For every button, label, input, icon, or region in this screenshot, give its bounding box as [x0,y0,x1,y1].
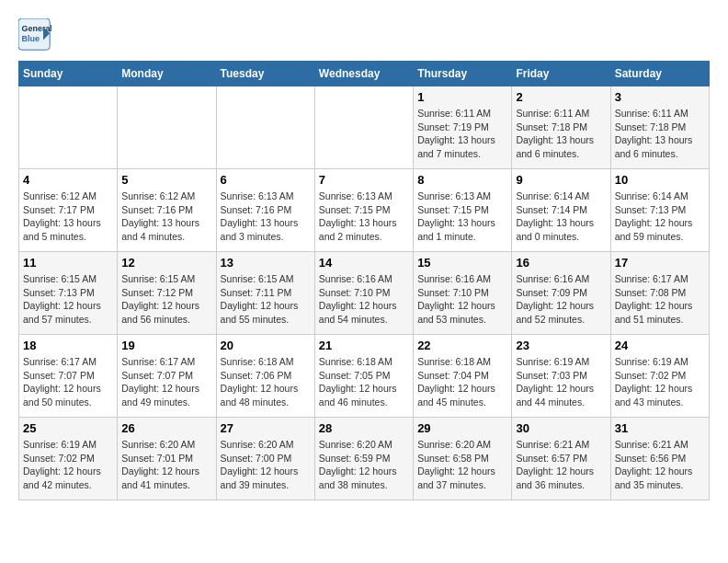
header-monday: Monday [118,62,216,86]
day-info: Sunrise: 6:16 AM Sunset: 7:10 PM Dayligh… [417,272,507,327]
week-row-2: 4Sunrise: 6:12 AM Sunset: 7:17 PM Daylig… [19,169,710,252]
day-info: Sunrise: 6:20 AM Sunset: 7:01 PM Dayligh… [121,438,211,492]
calendar-cell: 18Sunrise: 6:17 AM Sunset: 7:07 PM Dayli… [19,335,118,418]
day-number: 18 [23,339,113,352]
day-info: Sunrise: 6:19 AM Sunset: 7:03 PM Dayligh… [516,355,606,409]
calendar-cell: 19Sunrise: 6:17 AM Sunset: 7:07 PM Dayli… [118,335,216,418]
day-info: Sunrise: 6:18 AM Sunset: 7:05 PM Dayligh… [319,355,409,409]
calendar-cell: 7Sunrise: 6:13 AM Sunset: 7:15 PM Daylig… [314,169,413,252]
calendar-cell: 28Sunrise: 6:20 AM Sunset: 6:59 PM Dayli… [314,418,413,500]
day-info: Sunrise: 6:19 AM Sunset: 7:02 PM Dayligh… [23,438,113,492]
day-number: 26 [121,421,211,435]
calendar-cell: 30Sunrise: 6:21 AM Sunset: 6:57 PM Dayli… [512,418,610,500]
day-info: Sunrise: 6:12 AM Sunset: 7:17 PM Dayligh… [23,190,113,244]
header-saturday: Saturday [610,62,709,86]
header-row: SundayMondayTuesdayWednesdayThursdayFrid… [19,62,710,86]
day-number: 17 [615,256,705,270]
day-info: Sunrise: 6:11 AM Sunset: 7:18 PM Dayligh… [516,107,606,161]
day-info: Sunrise: 6:14 AM Sunset: 7:13 PM Dayligh… [615,190,705,244]
day-number: 2 [516,90,606,104]
calendar-cell: 24Sunrise: 6:19 AM Sunset: 7:02 PM Dayli… [610,335,709,418]
day-info: Sunrise: 6:20 AM Sunset: 6:58 PM Dayligh… [417,438,507,492]
week-row-3: 11Sunrise: 6:15 AM Sunset: 7:13 PM Dayli… [19,252,710,335]
day-number: 9 [516,173,606,187]
day-info: Sunrise: 6:15 AM Sunset: 7:12 PM Dayligh… [121,272,211,327]
day-number: 10 [615,173,705,187]
logo: General Blue [18,18,55,52]
calendar-cell: 20Sunrise: 6:18 AM Sunset: 7:06 PM Dayli… [216,335,314,418]
day-number: 24 [615,339,705,352]
calendar-cell: 3Sunrise: 6:11 AM Sunset: 7:18 PM Daylig… [610,86,709,169]
calendar-cell: 6Sunrise: 6:13 AM Sunset: 7:16 PM Daylig… [216,169,314,252]
page-header: General Blue [18,18,710,52]
week-row-4: 18Sunrise: 6:17 AM Sunset: 7:07 PM Dayli… [19,335,710,418]
calendar-cell: 21Sunrise: 6:18 AM Sunset: 7:05 PM Dayli… [314,335,413,418]
day-number: 5 [121,173,211,187]
day-number: 25 [23,421,113,435]
day-number: 20 [221,339,311,352]
day-number: 21 [319,339,409,352]
calendar-cell: 26Sunrise: 6:20 AM Sunset: 7:01 PM Dayli… [118,418,216,500]
day-number: 27 [221,421,311,435]
day-info: Sunrise: 6:20 AM Sunset: 6:59 PM Dayligh… [319,438,409,492]
day-number: 8 [417,173,507,187]
day-info: Sunrise: 6:18 AM Sunset: 7:04 PM Dayligh… [417,355,507,409]
calendar-table: SundayMondayTuesdayWednesdayThursdayFrid… [18,61,710,500]
day-number: 16 [516,256,606,270]
day-number: 3 [615,90,705,104]
day-info: Sunrise: 6:18 AM Sunset: 7:06 PM Dayligh… [221,355,311,409]
day-info: Sunrise: 6:15 AM Sunset: 7:11 PM Dayligh… [221,272,311,327]
day-number: 6 [221,173,311,187]
day-info: Sunrise: 6:11 AM Sunset: 7:18 PM Dayligh… [615,107,705,161]
day-info: Sunrise: 6:17 AM Sunset: 7:08 PM Dayligh… [615,272,705,327]
svg-text:Blue: Blue [22,34,40,43]
day-info: Sunrise: 6:17 AM Sunset: 7:07 PM Dayligh… [121,355,211,409]
day-info: Sunrise: 6:17 AM Sunset: 7:07 PM Dayligh… [23,355,113,409]
day-number: 29 [417,421,507,435]
calendar-cell: 11Sunrise: 6:15 AM Sunset: 7:13 PM Dayli… [19,252,118,335]
calendar-cell: 16Sunrise: 6:16 AM Sunset: 7:09 PM Dayli… [512,252,610,335]
day-info: Sunrise: 6:13 AM Sunset: 7:15 PM Dayligh… [417,190,507,244]
header-sunday: Sunday [19,62,118,86]
day-number: 7 [319,173,409,187]
day-number: 22 [417,339,507,352]
calendar-cell: 13Sunrise: 6:15 AM Sunset: 7:11 PM Dayli… [216,252,314,335]
calendar-cell: 23Sunrise: 6:19 AM Sunset: 7:03 PM Dayli… [512,335,610,418]
header-thursday: Thursday [414,62,512,86]
day-info: Sunrise: 6:13 AM Sunset: 7:15 PM Dayligh… [319,190,409,244]
day-number: 31 [615,421,705,435]
day-info: Sunrise: 6:19 AM Sunset: 7:02 PM Dayligh… [615,355,705,409]
day-number: 4 [23,173,113,187]
day-info: Sunrise: 6:11 AM Sunset: 7:19 PM Dayligh… [417,107,507,161]
calendar-cell: 2Sunrise: 6:11 AM Sunset: 7:18 PM Daylig… [512,86,610,169]
header-tuesday: Tuesday [216,62,314,86]
day-number: 19 [121,339,211,352]
day-info: Sunrise: 6:21 AM Sunset: 6:57 PM Dayligh… [516,438,606,492]
calendar-cell: 15Sunrise: 6:16 AM Sunset: 7:10 PM Dayli… [414,252,512,335]
day-number: 14 [319,256,409,270]
week-row-1: 1Sunrise: 6:11 AM Sunset: 7:19 PM Daylig… [19,86,710,169]
calendar-cell: 10Sunrise: 6:14 AM Sunset: 7:13 PM Dayli… [610,169,709,252]
header-wednesday: Wednesday [314,62,413,86]
day-info: Sunrise: 6:12 AM Sunset: 7:16 PM Dayligh… [121,190,211,244]
calendar-cell [19,86,118,169]
calendar-cell: 4Sunrise: 6:12 AM Sunset: 7:17 PM Daylig… [19,169,118,252]
day-info: Sunrise: 6:21 AM Sunset: 6:56 PM Dayligh… [615,438,705,492]
calendar-cell: 1Sunrise: 6:11 AM Sunset: 7:19 PM Daylig… [414,86,512,169]
logo-icon: General Blue [18,18,51,52]
day-number: 12 [121,256,211,270]
calendar-cell: 14Sunrise: 6:16 AM Sunset: 7:10 PM Dayli… [314,252,413,335]
day-info: Sunrise: 6:14 AM Sunset: 7:14 PM Dayligh… [516,190,606,244]
day-number: 23 [516,339,606,352]
calendar-cell: 22Sunrise: 6:18 AM Sunset: 7:04 PM Dayli… [414,335,512,418]
day-number: 15 [417,256,507,270]
week-row-5: 25Sunrise: 6:19 AM Sunset: 7:02 PM Dayli… [19,418,710,500]
calendar-cell: 5Sunrise: 6:12 AM Sunset: 7:16 PM Daylig… [118,169,216,252]
calendar-cell: 17Sunrise: 6:17 AM Sunset: 7:08 PM Dayli… [610,252,709,335]
calendar-cell: 9Sunrise: 6:14 AM Sunset: 7:14 PM Daylig… [512,169,610,252]
day-info: Sunrise: 6:13 AM Sunset: 7:16 PM Dayligh… [221,190,311,244]
day-number: 28 [319,421,409,435]
calendar-cell [314,86,413,169]
calendar-cell [118,86,216,169]
day-info: Sunrise: 6:20 AM Sunset: 7:00 PM Dayligh… [221,438,311,492]
